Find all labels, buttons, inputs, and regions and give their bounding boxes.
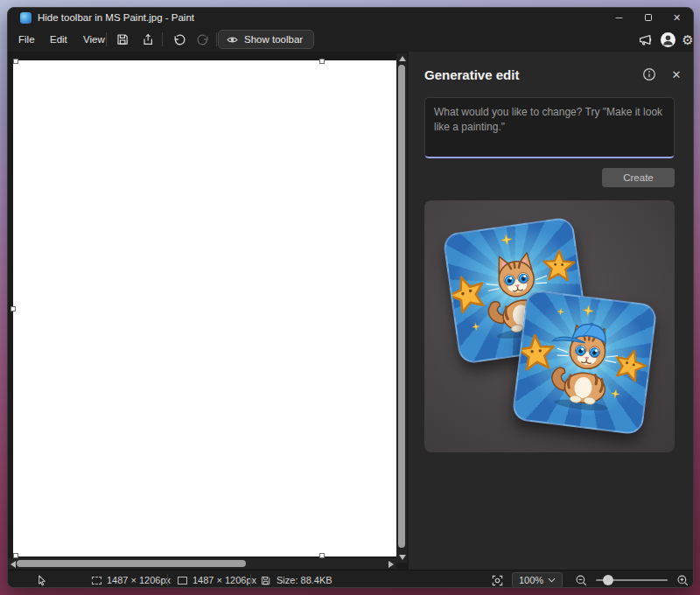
prompt-input[interactable] xyxy=(424,97,675,158)
menu-file[interactable]: File xyxy=(13,27,40,52)
account-button[interactable] xyxy=(657,29,678,50)
scroll-right-arrow[interactable] xyxy=(388,561,394,568)
cursor-position-indicator xyxy=(36,570,47,588)
cat-with-cap-illustration xyxy=(536,312,635,417)
person-icon xyxy=(661,32,676,47)
statusbar-divider xyxy=(250,574,251,586)
paint-canvas[interactable] xyxy=(13,60,396,556)
generated-image-preview[interactable] xyxy=(424,200,675,452)
zoom-out-icon xyxy=(575,574,588,587)
megaphone-icon xyxy=(638,32,653,47)
maximize-button[interactable] xyxy=(634,8,662,27)
info-icon xyxy=(642,67,656,81)
eye-icon xyxy=(226,33,239,46)
selection-size-icon xyxy=(92,577,102,584)
gear-icon: ⚙ xyxy=(682,33,693,46)
file-size-indicator: Size: 88.4KB xyxy=(260,570,332,588)
avatar xyxy=(661,32,676,47)
selection-size-indicator: 1487 × 1206px xyxy=(92,570,171,588)
redo-button[interactable] xyxy=(192,29,214,50)
settings-button[interactable]: ⚙ xyxy=(677,29,694,50)
selection-handle[interactable] xyxy=(10,306,16,312)
info-button[interactable] xyxy=(641,66,657,82)
canvas-size-value: 1487 × 1206px xyxy=(192,575,256,585)
zoom-out-button[interactable] xyxy=(575,570,588,588)
zoom-value: 100% xyxy=(519,575,543,585)
fit-to-screen-button[interactable] xyxy=(491,570,504,588)
show-toolbar-button[interactable]: Show toolbar xyxy=(218,30,314,49)
zoom-percentage-dropdown[interactable]: 100% xyxy=(512,572,563,588)
selection-handle[interactable] xyxy=(13,59,18,64)
feedback-button[interactable] xyxy=(634,29,655,50)
selection-handle[interactable] xyxy=(319,59,325,64)
redo-icon xyxy=(196,32,210,46)
share-button[interactable] xyxy=(137,29,158,50)
file-size-icon xyxy=(260,575,271,586)
selection-size-value: 1487 × 1206px xyxy=(107,575,171,585)
create-button[interactable]: Create xyxy=(602,168,675,187)
chevron-down-icon xyxy=(548,578,556,583)
undo-button[interactable] xyxy=(169,29,190,50)
menubar: File Edit View xyxy=(8,27,693,52)
save-button[interactable] xyxy=(112,29,133,50)
zoom-slider-thumb[interactable] xyxy=(603,575,613,585)
scroll-up-arrow[interactable] xyxy=(399,56,406,61)
menu-edit[interactable]: Edit xyxy=(45,27,73,52)
zoom-in-button[interactable] xyxy=(676,570,690,588)
zoom-in-icon xyxy=(676,574,690,587)
canvas-size-icon xyxy=(178,577,187,584)
statusbar: 1487 × 1206px 1487 × 1206px Size: 88.4KB… xyxy=(8,570,693,588)
paint-app-icon xyxy=(20,12,32,24)
save-icon xyxy=(116,32,130,46)
zoom-slider[interactable] xyxy=(596,579,668,581)
cursor-icon xyxy=(36,574,47,586)
scroll-left-arrow[interactable] xyxy=(10,561,16,568)
window-title: Hide toolbar in MS Paint.jpg - Paint xyxy=(38,8,194,27)
close-button[interactable]: ✕ xyxy=(662,8,691,27)
generative-edit-panel: Generative edit ✕ Create xyxy=(409,52,694,570)
show-toolbar-label: Show toolbar xyxy=(244,31,303,48)
horizontal-scrollbar-thumb[interactable] xyxy=(17,560,246,567)
fit-to-screen-icon xyxy=(491,574,504,587)
file-size-value: Size: 88.4KB xyxy=(276,575,332,585)
canvas-size-indicator: 1487 × 1206px xyxy=(178,570,256,588)
menubar-divider xyxy=(162,32,163,46)
canvas-area xyxy=(8,52,409,570)
panel-close-button[interactable]: ✕ xyxy=(668,66,684,82)
undo-icon xyxy=(172,32,186,46)
share-icon xyxy=(141,32,155,46)
scroll-down-arrow[interactable] xyxy=(399,555,406,560)
titlebar: Hide toolbar in MS Paint.jpg - Paint ─ ✕ xyxy=(8,8,693,27)
maximize-icon xyxy=(645,14,652,21)
generated-cat-card-2 xyxy=(511,289,657,435)
minimize-button[interactable]: ─ xyxy=(605,8,634,27)
menubar-divider xyxy=(106,32,107,46)
paint-window: Hide toolbar in MS Paint.jpg - Paint ─ ✕… xyxy=(7,7,694,588)
vertical-scrollbar[interactable] xyxy=(396,53,407,563)
vertical-scrollbar-thumb[interactable] xyxy=(398,65,405,548)
menubar-divider xyxy=(216,32,217,46)
panel-title: Generative edit xyxy=(424,67,519,82)
statusbar-divider xyxy=(167,574,168,586)
horizontal-scrollbar[interactable] xyxy=(8,558,396,569)
